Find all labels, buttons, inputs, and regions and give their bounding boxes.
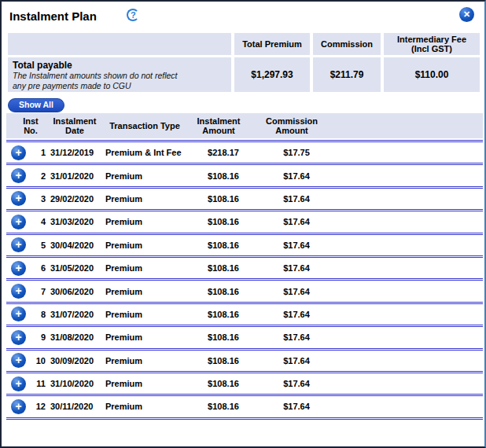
expand-plus-icon[interactable]: + (11, 307, 26, 321)
expand-plus-icon[interactable]: + (11, 215, 26, 230)
inst-no: 8 (33, 310, 46, 319)
inst-no: 6 (33, 263, 46, 273)
expand-plus-icon[interactable]: + (11, 145, 26, 160)
expand-cell: + (6, 215, 33, 230)
summary-total-row: Total payable The Instalment amounts sho… (8, 57, 480, 92)
instalment-amount: $108.16 (193, 332, 253, 342)
transaction-type: Premium (105, 263, 193, 273)
table-row: + 2 31/01/2020 Premium $108.16 $17.64 (6, 165, 483, 188)
expand-cell: + (6, 284, 33, 299)
instalment-amount: $108.16 (193, 402, 253, 411)
commission-amount: $17.64 (253, 332, 340, 342)
total-payable-cell: Total payable The Instalment amounts sho… (8, 57, 231, 92)
commission-amount: $17.64 (253, 194, 340, 204)
commission-amount: $17.64 (253, 379, 340, 388)
col-header-inst-no: Inst No. (13, 116, 49, 135)
transaction-type: Premium (105, 287, 193, 296)
intermediary-fee-value: $110.00 (384, 57, 480, 92)
expand-plus-icon[interactable]: + (11, 261, 26, 276)
inst-no: 10 (33, 356, 46, 365)
instalment-date: 31/05/2020 (50, 263, 105, 273)
instalment-amount: $108.16 (193, 287, 253, 296)
instalment-amount: $108.16 (193, 379, 253, 388)
instalment-table: Inst No. Instalment Date Transaction Typ… (6, 113, 483, 420)
summary-note-line2: any pre payments made to CGU (13, 81, 226, 91)
expand-plus-icon[interactable]: + (11, 353, 26, 368)
instalment-date: 30/11/2020 (50, 402, 105, 411)
table-row: + 11 31/10/2020 Premium $108.16 $17.64 (6, 373, 483, 396)
total-payable-label: Total payable (13, 60, 226, 71)
expand-plus-icon[interactable]: + (11, 168, 26, 183)
instalment-date: 31/12/2019 (50, 148, 105, 157)
col-header-instalment-amount: Instalment Amount (189, 116, 249, 135)
table-row: + 8 31/07/2020 Premium $108.16 $17.64 (6, 304, 483, 327)
expand-plus-icon[interactable]: + (11, 237, 26, 252)
table-row: + 1 31/12/2019 Premium & Int Fee $218.17… (6, 142, 483, 165)
expand-cell: + (6, 353, 33, 368)
commission-amount: $17.64 (253, 287, 340, 296)
instalment-amount: $108.16 (193, 263, 253, 273)
page-title: Instalment Plan (9, 9, 97, 23)
summary-header-commission: Commission (313, 33, 381, 55)
expand-cell: + (6, 191, 33, 206)
summary-header-row: Total Premium Commission Intermediary Fe… (8, 33, 480, 55)
transaction-type: Premium (105, 310, 193, 319)
instalment-amount: $108.16 (193, 171, 253, 181)
transaction-type: Premium (105, 379, 193, 388)
col-header-commission-amount: Commission Amount (249, 116, 335, 135)
instalment-date: 31/10/2020 (50, 379, 105, 388)
inst-no: 1 (33, 148, 46, 157)
expand-plus-icon[interactable]: + (11, 330, 26, 345)
table-row: + 12 30/11/2020 Premium $108.16 $17.64 (6, 396, 483, 419)
instalment-amount: $108.16 (193, 241, 253, 250)
inst-no: 11 (33, 379, 46, 388)
commission-amount: $17.64 (253, 356, 340, 365)
help-icon[interactable]: ? (127, 9, 139, 21)
expand-cell: + (6, 261, 33, 276)
instalment-table-header: Inst No. Instalment Date Transaction Typ… (6, 113, 483, 138)
expand-plus-icon[interactable]: + (11, 376, 26, 391)
inst-no: 3 (33, 194, 46, 204)
inst-no: 7 (33, 287, 46, 296)
expand-cell: + (6, 376, 33, 391)
close-icon[interactable]: ✕ (459, 7, 474, 22)
table-row: + 3 29/02/2020 Premium $108.16 $17.64 (6, 189, 483, 211)
instalment-amount: $108.16 (193, 356, 253, 365)
transaction-type: Premium (105, 356, 193, 365)
commission-amount: $17.64 (253, 263, 340, 273)
instalment-date: 31/01/2020 (50, 171, 105, 181)
summary-table: Total Premium Commission Intermediary Fe… (8, 33, 480, 92)
expand-cell: + (6, 307, 33, 321)
col-header-transaction-type: Transaction Type (101, 121, 189, 130)
commission-value: $211.79 (313, 57, 381, 92)
expand-plus-icon[interactable]: + (11, 399, 26, 414)
instalment-date: 30/04/2020 (50, 241, 105, 250)
title-bar: Instalment Plan ? ✕ (2, 2, 484, 31)
expand-plus-icon[interactable]: + (11, 191, 26, 206)
expand-cell: + (6, 399, 33, 414)
summary-header-total-premium: Total Premium (234, 33, 310, 55)
col-header-instalment-date: Instalment Date (49, 116, 101, 135)
instalment-date: 30/09/2020 (50, 356, 105, 365)
inst-no: 9 (33, 332, 46, 342)
table-row: + 4 31/03/2020 Premium $108.16 $17.64 (6, 211, 483, 234)
instalment-amount: $108.16 (193, 194, 253, 204)
expand-cell: + (6, 145, 33, 160)
summary-header-spacer (8, 33, 231, 55)
inst-no: 2 (33, 171, 46, 181)
transaction-type: Premium (105, 332, 193, 342)
transaction-type: Premium (105, 171, 193, 181)
commission-amount: $17.64 (253, 241, 340, 250)
inst-no: 4 (33, 217, 46, 226)
table-row: + 9 31/08/2020 Premium $108.16 $17.64 (6, 327, 483, 350)
table-row: + 5 30/04/2020 Premium $108.16 $17.64 (6, 235, 483, 258)
instalment-date: 31/03/2020 (50, 217, 105, 226)
show-all-button[interactable]: Show All (8, 98, 64, 112)
instalment-rows: + 1 31/12/2019 Premium & Int Fee $218.17… (6, 140, 483, 420)
instalment-date: 31/07/2020 (50, 310, 105, 319)
summary-header-intermediary-fee: Intermediary Fee (Incl GST) (384, 33, 480, 55)
expand-plus-icon[interactable]: + (11, 284, 26, 299)
instalment-amount: $218.17 (193, 148, 253, 157)
total-premium-value: $1,297.93 (234, 57, 310, 92)
table-row: + 10 30/09/2020 Premium $108.16 $17.64 (6, 351, 483, 373)
